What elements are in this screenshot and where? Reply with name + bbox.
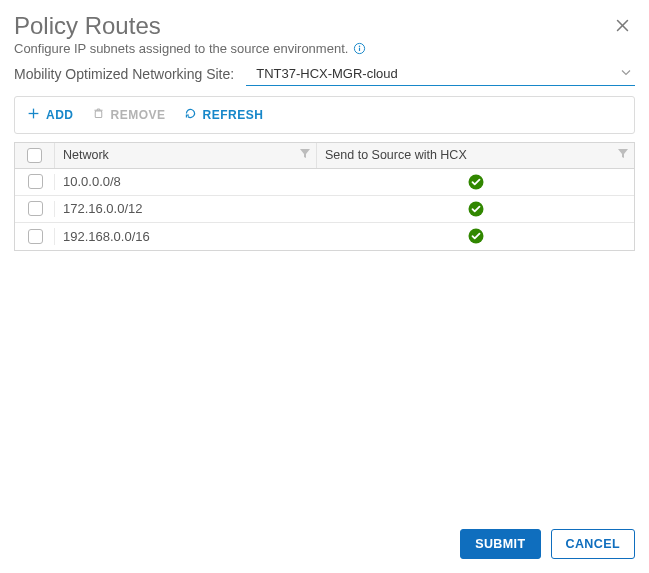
column-header-hcx-label: Send to Source with HCX — [325, 148, 467, 162]
row-checkbox-cell — [15, 223, 55, 250]
site-select[interactable]: TNT37-HCX-MGR-cloud — [246, 62, 635, 86]
svg-rect-7 — [95, 111, 102, 118]
routes-table: Network Send to Source with HCX 10.0.0.0… — [14, 142, 635, 251]
column-header-network[interactable]: Network — [55, 143, 317, 168]
trash-icon — [92, 107, 105, 123]
check-circle-icon — [468, 228, 484, 244]
site-select-value: TNT37-HCX-MGR-cloud — [256, 66, 398, 81]
refresh-button[interactable]: REFRESH — [184, 107, 264, 123]
row-checkbox[interactable] — [28, 174, 43, 189]
site-row: Mobility Optimized Networking Site: TNT3… — [14, 62, 635, 86]
table-row: 172.16.0.0/12 — [15, 196, 634, 223]
filter-icon[interactable] — [618, 148, 628, 162]
subtitle-text: Configure IP subnets assigned to the sou… — [14, 41, 348, 56]
column-header-network-label: Network — [63, 148, 109, 162]
add-label: ADD — [46, 108, 74, 122]
table-row: 10.0.0.0/8 — [15, 169, 634, 196]
check-circle-icon — [468, 174, 484, 190]
policy-routes-dialog: Policy Routes Configure IP subnets assig… — [0, 0, 649, 573]
close-button[interactable] — [611, 16, 633, 38]
chevron-down-icon — [621, 66, 631, 81]
cancel-button[interactable]: CANCEL — [551, 529, 635, 559]
column-header-hcx[interactable]: Send to Source with HCX — [317, 143, 634, 168]
svg-point-3 — [359, 45, 360, 46]
site-label: Mobility Optimized Networking Site: — [14, 66, 234, 82]
cell-network: 192.168.0.0/16 — [55, 223, 317, 250]
cell-hcx — [317, 196, 634, 222]
close-icon — [614, 17, 631, 37]
info-icon[interactable] — [352, 41, 366, 55]
remove-label: REMOVE — [111, 108, 166, 122]
remove-button: REMOVE — [92, 107, 166, 123]
cell-network: 10.0.0.0/8 — [55, 169, 317, 195]
plus-icon — [27, 107, 40, 123]
filter-icon[interactable] — [300, 148, 310, 162]
row-checkbox[interactable] — [28, 229, 43, 244]
submit-button[interactable]: SUBMIT — [460, 529, 540, 559]
row-checkbox-cell — [15, 169, 55, 195]
row-checkbox[interactable] — [28, 201, 43, 216]
svg-rect-4 — [359, 47, 360, 50]
page-title: Policy Routes — [14, 12, 161, 40]
dialog-footer: SUBMIT CANCEL — [14, 519, 635, 559]
check-circle-icon — [468, 201, 484, 217]
cell-hcx — [317, 169, 634, 195]
toolbar: ADD REMOVE REFRESH — [14, 96, 635, 134]
cell-network: 172.16.0.0/12 — [55, 196, 317, 222]
row-checkbox-cell — [15, 196, 55, 222]
add-button[interactable]: ADD — [27, 107, 74, 123]
table-row: 192.168.0.0/16 — [15, 223, 634, 250]
table-head: Network Send to Source with HCX — [15, 143, 634, 169]
cell-hcx — [317, 223, 634, 250]
dialog-header: Policy Routes — [14, 12, 635, 40]
page-subtitle: Configure IP subnets assigned to the sou… — [14, 41, 635, 56]
header-checkbox-cell — [15, 143, 55, 168]
select-all-checkbox[interactable] — [27, 148, 42, 163]
refresh-label: REFRESH — [203, 108, 264, 122]
refresh-icon — [184, 107, 197, 123]
